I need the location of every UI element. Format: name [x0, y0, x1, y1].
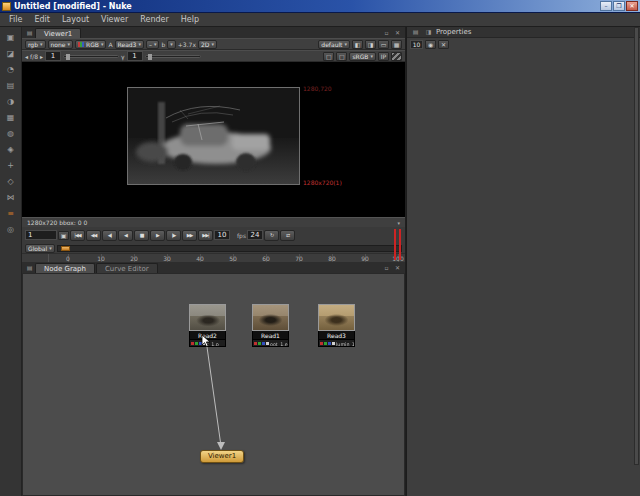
node-viewer1[interactable]: Viewer1 [200, 450, 244, 463]
gamma-slider[interactable] [145, 55, 201, 58]
play-forward-button[interactable]: ▶ [150, 230, 165, 241]
format-coords-label: 1280,720 [303, 85, 332, 92]
fps-field[interactable]: 24 [247, 230, 263, 240]
channel-chip-green [258, 342, 261, 345]
prev-increment-button[interactable]: ◀| [102, 230, 117, 241]
gamma-toggle-icon[interactable]: □ [323, 52, 334, 61]
properties-title: Properties [436, 28, 471, 36]
layer-dropdown[interactable]: rgb▾ [25, 40, 46, 49]
fstop-left-icon[interactable]: ◂ [25, 53, 28, 60]
viewer-process-dropdown[interactable]: default▾ [318, 40, 350, 49]
toolbar-icon-particles[interactable]: ⋈ [3, 191, 19, 204]
input-a-dropdown[interactable]: Read3▾ [115, 40, 144, 49]
goto-end-button[interactable]: ▶▶| [198, 230, 213, 241]
channel-chip-green [324, 342, 327, 345]
bounce-mode-icon[interactable]: ⇄ [280, 230, 295, 241]
float-panel-icon[interactable]: ▫ [381, 28, 392, 38]
input-b-dropdown[interactable]: ▾ [167, 40, 176, 49]
gain-field[interactable]: 1 [45, 51, 61, 61]
menu-viewer[interactable]: Viewer [95, 13, 134, 26]
title-bar[interactable]: Untitled [modified] - Nuke – ❐ ✕ [0, 0, 640, 13]
wipe-a-icon[interactable]: ◧ [352, 40, 363, 49]
toolbar-icon-filter[interactable]: ▦ [3, 111, 19, 124]
channel-chip-alpha [332, 342, 335, 345]
zoom-level[interactable]: +3.7x [178, 41, 196, 48]
toolbar-icon-keyer[interactable]: ◍ [3, 127, 19, 140]
toolbar-icon-merge[interactable]: ◈ [3, 143, 19, 156]
tab-node-graph[interactable]: Node Graph [35, 263, 95, 273]
chevron-down-icon: ▾ [154, 41, 157, 47]
toolbar-icon-3d[interactable]: ◇ [3, 175, 19, 188]
play-backward-button[interactable]: ◀ [118, 230, 133, 241]
roi-icon[interactable]: ▭ [378, 40, 389, 49]
node-read1[interactable]: Read1 oot_1.e [252, 304, 289, 347]
status-dropdown-icon[interactable]: ▾ [397, 220, 400, 226]
toolbar-icon-image[interactable]: ▣ [3, 31, 19, 44]
toolbar-icon-time[interactable]: ◔ [3, 63, 19, 76]
toolbar-icon-metadata[interactable]: ≡ [3, 207, 19, 220]
pin-all-icon[interactable]: ◉ [425, 40, 436, 49]
goto-start-button[interactable]: |◀◀ [70, 230, 85, 241]
panel-menu-icon[interactable]: ▤ [24, 28, 35, 38]
wipe-mode-dropdown[interactable]: –▾ [146, 40, 160, 49]
toolbar-icon-draw[interactable]: ◪ [3, 47, 19, 60]
input-process-button[interactable]: IP [378, 52, 389, 61]
gain-slider-handle[interactable] [66, 54, 70, 60]
minimize-button[interactable]: – [600, 1, 612, 11]
range-slider-handle[interactable] [61, 246, 70, 251]
menu-layout[interactable]: Layout [56, 13, 95, 26]
properties-grid-icon[interactable]: ◨ [423, 27, 434, 37]
playhead-marker[interactable] [394, 229, 401, 260]
lock-icon[interactable]: ▣ [58, 231, 69, 240]
loop-mode-icon[interactable]: ↻ [264, 230, 279, 241]
close-panel-icon[interactable]: ✕ [392, 263, 403, 273]
timeline-ruler[interactable]: 0 10 20 30 40 50 60 70 80 90 100 [22, 253, 405, 262]
properties-list-icon[interactable]: ▤ [410, 27, 421, 37]
node-graph-canvas[interactable]: Read2 t_1.p Read1 oot_1.e Read3 [22, 273, 405, 496]
menu-help[interactable]: Help [175, 13, 205, 26]
dock-edge-strip[interactable] [634, 27, 639, 465]
max-panels-field[interactable]: 10 [410, 40, 423, 49]
view-mode-dropdown[interactable]: 2D▾ [198, 40, 217, 49]
gain-slider[interactable] [63, 55, 119, 58]
close-button[interactable]: ✕ [626, 1, 638, 11]
node-read3[interactable]: Read3 lumin_1 [318, 304, 355, 347]
range-slider[interactable] [57, 245, 402, 252]
toolbar-icon-other[interactable]: ◎ [3, 223, 19, 236]
range-mode-dropdown[interactable]: Global▾ [25, 244, 55, 253]
close-all-panels-icon[interactable]: ✕ [438, 40, 449, 49]
next-increment-button[interactable]: |▶ [166, 230, 181, 241]
ruler-tick: 80 [328, 255, 336, 262]
menu-edit[interactable]: Edit [28, 13, 56, 26]
close-panel-icon[interactable]: ✕ [392, 28, 403, 38]
wipe-b-icon[interactable]: ◨ [365, 40, 376, 49]
menu-file[interactable]: File [3, 13, 28, 26]
panel-menu-icon[interactable]: ▤ [24, 263, 35, 273]
stop-button[interactable]: ■ [134, 230, 149, 241]
tab-viewer1[interactable]: Viewer1 [35, 28, 81, 38]
node-read2[interactable]: Read2 t_1.p [189, 304, 226, 347]
properties-toolbar: 10 ◉ ✕ [407, 38, 640, 51]
current-frame-field[interactable]: 1 [25, 230, 57, 240]
gamma-slider-handle[interactable] [148, 54, 152, 60]
viewer-canvas[interactable]: 1280,720 1280x720(1) [22, 62, 405, 217]
maximize-button[interactable]: ❐ [613, 1, 625, 11]
toolbar-icon-transform[interactable]: + [3, 159, 19, 172]
menu-render[interactable]: Render [134, 13, 174, 26]
fstop-right-icon[interactable]: ▸ [40, 53, 43, 60]
gamma-field[interactable]: 1 [127, 51, 143, 61]
wipe-stripes-icon[interactable] [391, 52, 402, 61]
play-backward-fast-button[interactable]: ◀◀ [86, 230, 101, 241]
frame-increment-field[interactable]: 10 [214, 230, 230, 240]
checker-icon[interactable]: ▦ [391, 40, 402, 49]
fstop-value[interactable]: f/8 [30, 53, 38, 60]
toolbar-icon-color[interactable]: ◑ [3, 95, 19, 108]
toolbar-icon-channel[interactable]: ▤ [3, 79, 19, 92]
tab-curve-editor[interactable]: Curve Editor [96, 263, 158, 273]
float-panel-icon[interactable]: ▫ [381, 263, 392, 273]
cliptest-icon[interactable]: □ [336, 52, 347, 61]
matte-dropdown[interactable]: none▾ [48, 40, 73, 49]
colorspace-dropdown[interactable]: sRGB▾ [349, 52, 376, 61]
play-forward-fast-button[interactable]: ▶▶ [182, 230, 197, 241]
channels-dropdown[interactable]: RGB▾ [75, 40, 106, 49]
